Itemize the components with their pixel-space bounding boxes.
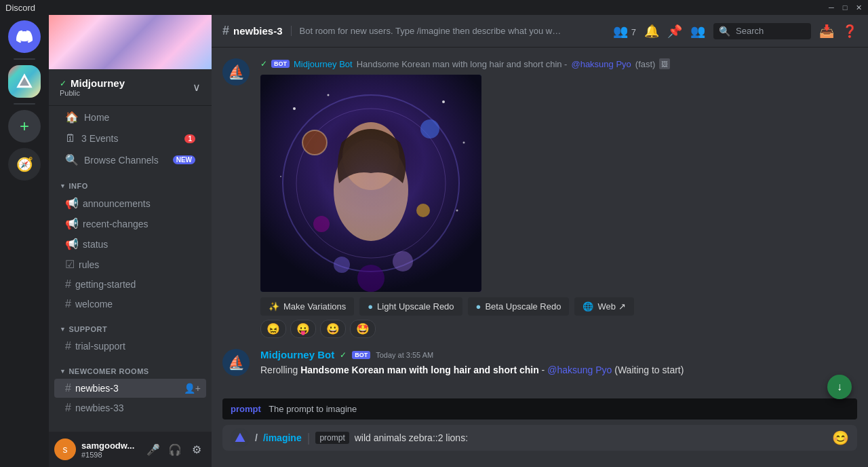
message-author-2[interactable]: Midjourney Bot [260,349,334,360]
input-prompt-label: prompt [315,432,349,444]
message-group-2: ⛵ Midjourney Bot ✓ BOT Today at 3:55 AM … [222,349,857,377]
nav-events-label: 3 Events [81,133,118,144]
channel-announcements[interactable]: 📢 announcements [54,193,206,213]
main-content: # newbies-3 Bot room for new users. Type… [212,15,868,467]
emoji-button[interactable]: 😊 [832,430,849,446]
light-upscale-label: Light Upscale Redo [377,301,454,312]
search-bar[interactable]: 🔍 Search [713,23,811,39]
channel-announce-icon: 📢 [65,197,79,210]
message-timestamp-2: Today at 3:55 AM [376,351,433,359]
category-newcomer-label: NEWCOMER ROOMS [68,367,149,375]
channel-newbies-33[interactable]: # newbies-33 [54,398,206,417]
channel-recent-label: recent-changes [83,219,149,229]
web-button[interactable]: 🌐 Web ↗ [574,297,633,316]
svg-point-13 [293,107,296,110]
reaction-starstruck[interactable]: 🤩 [350,320,376,338]
browse-badge: NEW [173,155,195,164]
bot-badge-ref: BOT [271,60,290,68]
pin-icon[interactable]: 📌 [667,24,682,39]
header-tools: 👥 7 🔔 📌 👥 🔍 Search 📥 ❓ [613,23,857,39]
bell-icon[interactable]: 🔔 [644,24,659,39]
category-support[interactable]: ▼ SUPPORT [49,314,212,336]
channel-trial-support[interactable]: # trial-support [54,337,206,356]
app-title: Discord [5,3,35,13]
ref-prompt: Handsome Korean man with long hair and s… [357,59,568,69]
mention-haksung: @haksung Pyo [547,365,612,375]
channel-newbies-3[interactable]: # newbies-3 👤+ [54,379,206,398]
close-button[interactable]: ✕ [854,3,863,12]
server-header[interactable]: ✓ Midjourney Public ∨ [49,69,212,106]
message-image-1 [260,75,481,292]
message-group-1: ⛵ ✓ BOT Midjourney Bot Handsome Korean m… [222,58,857,338]
minimize-button[interactable]: ─ [827,3,835,12]
input-command: /imagine [263,432,302,443]
headphone-button[interactable]: 🎧 [165,440,184,459]
ref-speed: (fast) [635,59,656,69]
category-newcomer[interactable]: ▼ NEWCOMER ROOMS [49,356,212,378]
nav-events[interactable]: 🗓 3 Events 1 [54,128,206,149]
channel-welcome[interactable]: # welcome [54,295,206,314]
help-icon[interactable]: ❓ [842,24,857,39]
channel-rules-label: rules [79,259,99,270]
input-area: prompt The prompt to imagine / /imagine … [212,398,868,467]
reaction-tongue[interactable]: 😛 [290,320,316,338]
members-icon[interactable]: 👥 [690,24,705,39]
ref-image-icon: 🖼 [659,58,670,69]
discord-home-button[interactable] [8,20,41,53]
server-icon-midjourney[interactable] [8,65,41,98]
user-area: s samgoodw... #1598 🎤 🎧 ⚙ [49,432,212,467]
category-arrow-info: ▼ [60,183,66,189]
beta-upscale-redo-button[interactable]: ● Beta Upscale Redo [468,297,570,316]
action-buttons-1: ✨ Make Variations ● Light Upscale Redo ●… [260,297,857,316]
maximize-button[interactable]: □ [841,3,849,12]
message-text-2: Rerolling Handsome Korean man with long … [260,363,857,377]
nav-home[interactable]: 🏠 Home [54,107,206,128]
scroll-down-icon: ↓ [837,381,842,393]
messages-area[interactable]: ⛵ ✓ BOT Midjourney Bot Handsome Korean m… [212,48,868,398]
category-info-label: INFO [68,182,87,190]
channel-name-label: newbies-3 [233,25,283,37]
user-name: samgoodw... [81,441,138,451]
ref-mention: @haksung Pyo [571,59,631,69]
channel-rules[interactable]: ☑ rules [54,255,206,274]
channel-newbies3-label: newbies-3 [75,383,119,394]
channel-announcements-label: announcements [83,198,151,209]
chat-input[interactable] [355,425,827,451]
server-rail-separator-2 [14,103,35,105]
channel-header: # newbies-3 Bot room for new users. Type… [212,15,868,48]
svg-point-15 [442,100,445,103]
server-banner [49,15,212,69]
channel-recent-changes[interactable]: 📢 recent-changes [54,214,206,234]
channel-status[interactable]: 📢 status [54,234,206,254]
scroll-down-button[interactable]: ↓ [827,375,852,398]
reaction-tired[interactable]: 😖 [260,320,286,338]
channel-newbies3-icon: # [65,382,71,394]
svg-point-11 [334,257,350,273]
member-count-button[interactable]: 👥 7 [613,24,636,39]
server-dropdown-icon: ∨ [193,81,201,94]
bot-badge-2: BOT [352,351,370,359]
prompt-tooltip-text: The prompt to imagine [269,404,357,414]
titlebar-left: Discord [5,3,35,13]
nav-home-label: Home [84,112,109,123]
add-server-button[interactable]: + [8,110,41,143]
titlebar-controls: ─ □ ✕ [827,3,863,12]
channel-rules-icon: ☑ [65,258,75,271]
nav-browse-channels[interactable]: 🔍 Browse Channels NEW [54,149,206,170]
server-rail: + 🧭 [0,15,49,467]
channel-trial-icon: # [65,340,71,352]
message-content-2: Midjourney Bot ✓ BOT Today at 3:55 AM Re… [260,349,857,377]
svg-point-7 [420,119,439,138]
svg-point-12 [393,251,413,272]
inbox-icon[interactable]: 📥 [819,24,834,39]
category-info[interactable]: ▼ INFO [49,171,212,193]
reaction-grin[interactable]: 😀 [320,320,346,338]
light-upscale-redo-button[interactable]: ● Light Upscale Redo [359,297,462,316]
make-variations-button[interactable]: ✨ Make Variations [260,297,354,316]
channel-status-label: status [83,239,108,250]
settings-button[interactable]: ⚙ [187,440,206,459]
channel-getting-started[interactable]: # getting-started [54,275,206,294]
mic-button[interactable]: 🎤 [144,440,163,459]
server-icon-explore[interactable]: 🧭 [8,148,41,181]
user-avatar[interactable]: s [54,438,76,460]
